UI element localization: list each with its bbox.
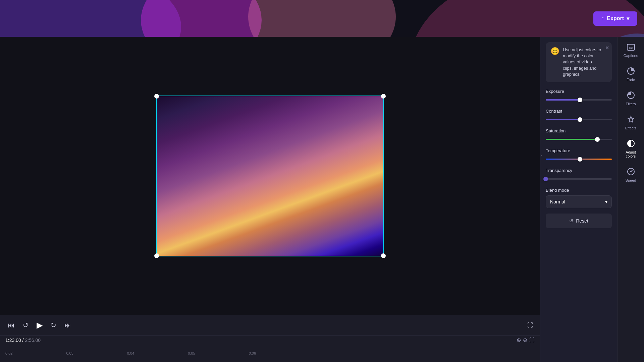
blend-mode-value: Normal (550, 199, 565, 204)
zoom-out-button[interactable]: ⊖ (523, 337, 527, 343)
timeline-area: 1:23.00 / 2:56.00 ⊕ ⊖ ⛶ (0, 335, 540, 362)
captions-label: Captions (624, 54, 638, 58)
blend-mode-section: Blend mode Normal ▾ (546, 188, 612, 208)
fast-forward-button[interactable]: ↻ (49, 320, 58, 330)
saturation-fill (546, 139, 597, 140)
effects-label: Effects (625, 126, 636, 130)
saturation-label: Saturation (546, 128, 612, 133)
blend-mode-chevron-icon: ▾ (605, 199, 607, 204)
play-button[interactable]: ▶ (35, 319, 44, 331)
fade-label: Fade (627, 78, 635, 82)
tooltip-text: Use adjust colors to modify the color va… (563, 47, 607, 77)
sidebar-item-captions[interactable]: CC Captions (620, 40, 642, 61)
temperature-track (546, 159, 612, 160)
total-time: 2:56.00 (25, 338, 41, 343)
temperature-section: › Temperature (546, 148, 612, 163)
sidebar-item-filters[interactable]: Filters (620, 88, 642, 109)
export-button[interactable]: ↑ Export ▾ (593, 11, 637, 26)
fit-icon: ⛶ (529, 337, 535, 343)
zoom-in-button[interactable]: ⊕ (517, 337, 521, 343)
sidebar-item-adjust-colors[interactable]: Adjust colors (620, 136, 642, 162)
effects-icon (627, 115, 635, 125)
tooltip-box: 😊 Use adjust colors to modify the color … (546, 42, 612, 82)
transparency-thumb[interactable] (543, 177, 548, 181)
exposure-thumb[interactable] (578, 98, 582, 102)
video-canvas (0, 37, 540, 315)
temperature-thumb[interactable] (578, 157, 582, 162)
export-chevron-icon: ▾ (627, 15, 629, 22)
expand-button[interactable]: ⛶ (527, 322, 533, 329)
contrast-section: Contrast (546, 109, 612, 123)
speed-icon (627, 168, 635, 177)
sidebar-item-fade[interactable]: Fade (620, 64, 642, 85)
ruler-mark-2: 0:04 (127, 351, 134, 355)
exposure-slider[interactable] (546, 97, 612, 103)
skip-forward-icon: ⏭ (64, 321, 71, 329)
tooltip-close-button[interactable]: ✕ (605, 45, 609, 50)
captions-icon: CC (627, 44, 635, 52)
tooltip-emoji: 😊 (550, 47, 559, 77)
transparency-slider[interactable] (546, 176, 612, 182)
sidebar-item-speed[interactable]: Speed (620, 164, 642, 186)
exposure-track (546, 99, 612, 101)
ruler-mark-3: 0:05 (188, 351, 195, 355)
timeline-zoom-controls: ⊕ ⊖ ⛶ (517, 337, 535, 343)
timeline-controls: 1:23.00 / 2:56.00 ⊕ ⊖ ⛶ (0, 336, 540, 345)
contrast-slider[interactable] (546, 116, 612, 123)
filters-label: Filters (626, 102, 636, 106)
zoom-in-icon: ⊕ (517, 337, 521, 343)
svg-point-14 (630, 171, 632, 172)
contrast-thumb[interactable] (578, 117, 582, 122)
transparency-track (546, 178, 612, 180)
timeline-ruler[interactable]: 0:02 0:03 0:04 0:05 0:06 (0, 345, 540, 362)
contrast-fill (546, 119, 580, 120)
right-sidebar: CC Captions Fade (617, 37, 644, 362)
transparency-section: Transparency (546, 168, 612, 182)
ruler-marks: 0:02 0:03 0:04 0:05 0:06 (5, 351, 535, 355)
video-frame (156, 96, 384, 256)
export-label: Export (607, 15, 624, 21)
saturation-track (546, 139, 612, 140)
rewind-button[interactable]: ↺ (21, 320, 30, 330)
expand-icon: ⛶ (527, 322, 533, 328)
fast-forward-icon: ↻ (51, 321, 56, 329)
ruler-mark-4: 0:06 (249, 351, 256, 355)
adjust-colors-label: Adjust colors (622, 150, 640, 158)
ruler-mark-0: 0:02 (5, 351, 12, 355)
adjust-colors-icon (627, 139, 635, 149)
skip-back-button[interactable]: ⏮ (7, 320, 16, 330)
skip-back-icon: ⏮ (8, 321, 15, 329)
video-controls-bar: ⏮ ↺ ▶ ↻ ⏭ ⛶ (0, 315, 540, 335)
transparency-label: Transparency (546, 168, 612, 173)
saturation-slider[interactable] (546, 136, 612, 143)
exposure-label: Exposure (546, 89, 612, 94)
exposure-fill (546, 99, 580, 101)
fit-timeline-button[interactable]: ⛶ (529, 337, 535, 343)
temperature-label: Temperature (546, 148, 612, 153)
main-area: ⏮ ↺ ▶ ↻ ⏭ ⛶ (0, 37, 644, 362)
speed-label: Speed (626, 178, 636, 182)
temperature-slider[interactable] (546, 156, 612, 163)
reset-icon: ↺ (569, 218, 573, 224)
skip-forward-button[interactable]: ⏭ (63, 320, 72, 330)
filters-icon (627, 91, 635, 101)
ruler-mark-1: 0:03 (66, 351, 73, 355)
reset-button[interactable]: ↺ Reset (546, 214, 612, 228)
sidebar-item-effects[interactable]: Effects (620, 112, 642, 133)
preview-area: ⏮ ↺ ▶ ↻ ⏭ ⛶ (0, 37, 540, 362)
adjust-colors-panel: 😊 Use adjust colors to modify the color … (540, 37, 617, 362)
top-bar: ↑ Export ▾ (0, 0, 644, 37)
export-icon: ↑ (601, 15, 604, 21)
fade-icon (627, 67, 635, 76)
saturation-thumb[interactable] (595, 137, 600, 142)
time-display: 1:23.00 / 2:56.00 (5, 338, 41, 343)
blend-mode-label: Blend mode (546, 188, 612, 193)
saturation-section: Saturation (546, 128, 612, 143)
video-image (156, 96, 384, 256)
blend-mode-select[interactable]: Normal ▾ (546, 195, 612, 208)
play-icon: ▶ (37, 320, 43, 330)
zoom-out-icon: ⊖ (523, 337, 527, 343)
rewind-icon: ↺ (23, 321, 29, 329)
panel-arrow-icon: › (540, 152, 542, 158)
svg-text:CC: CC (629, 46, 633, 49)
